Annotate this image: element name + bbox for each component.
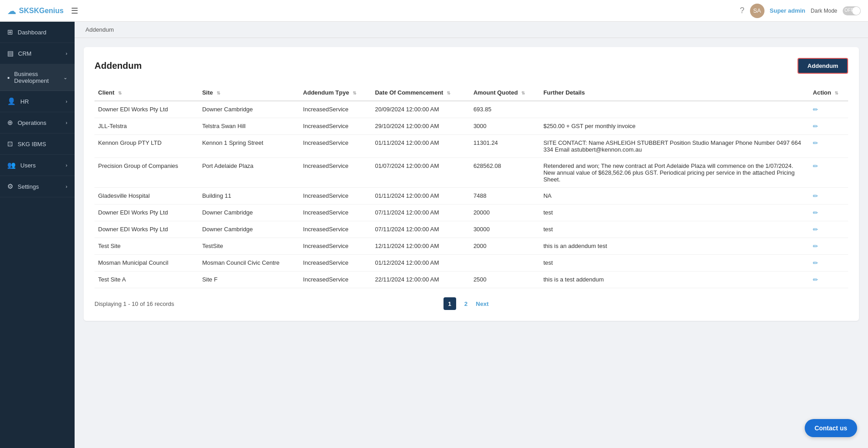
sidebar-item-settings[interactable]: ⚙ Settings › [0, 176, 75, 197]
edit-icon-5[interactable]: ✏ [813, 209, 818, 216]
cell-site-2: Kennon 1 Spring Street [198, 135, 299, 158]
logo-area: ☁ SKSKGenius [7, 5, 64, 16]
table-body: Downer EDI Works Pty Ltd Downer Cambridg… [94, 101, 848, 288]
table-row: Test Site A Site F IncreasedService 22/1… [94, 272, 848, 288]
cell-date-3: 01/07/2024 12:00:00 AM [371, 158, 470, 188]
addendum-table: Client ⇅ Site ⇅ Addendum Tpye ⇅ Date Of … [94, 85, 848, 288]
sidebar-item-skg-ibms[interactable]: ⊡ SKG IBMS [0, 133, 75, 155]
toggle-knob [852, 7, 860, 15]
next-page-button[interactable]: Next [476, 297, 489, 310]
business-development-icon: ▪ [7, 74, 9, 81]
col-amount: Amount Quoted ⇅ [470, 85, 540, 101]
edit-icon-4[interactable]: ✏ [813, 192, 818, 200]
cell-amount-7: 2000 [470, 238, 540, 255]
sort-amount-icon[interactable]: ⇅ [521, 91, 525, 95]
cell-date-6: 07/11/2024 12:00:00 AM [371, 221, 470, 238]
sort-action-icon[interactable]: ⇅ [835, 91, 838, 95]
cell-amount-1: 3000 [470, 118, 540, 135]
crm-arrow-icon: › [66, 51, 67, 56]
sidebar: ⊞ Dashboard ▤ CRM › ▪ Business Developme… [0, 22, 75, 448]
cell-details-2: SITE CONTACT: Name ASHLEIGH STUBBERT Pos… [540, 135, 809, 158]
edit-icon-7[interactable]: ✏ [813, 243, 818, 250]
hamburger-icon[interactable]: ☰ [71, 6, 78, 16]
sort-type-icon[interactable]: ⇅ [353, 91, 356, 95]
help-icon[interactable]: ? [740, 6, 745, 15]
cell-site-3: Port Adelaide Plaza [198, 158, 299, 188]
sidebar-label-settings: Settings [18, 183, 61, 190]
sort-date-icon[interactable]: ⇅ [447, 91, 450, 95]
cell-client-5: Downer EDI Works Pty Ltd [94, 205, 198, 221]
cell-type-9: IncreasedService [299, 272, 371, 288]
add-addendum-button[interactable]: Addendum [797, 58, 848, 74]
users-arrow-icon: › [66, 162, 67, 168]
super-admin-label: Super admin [770, 7, 806, 14]
edit-icon-3[interactable]: ✏ [813, 162, 818, 170]
cell-client-9: Test Site A [94, 272, 198, 288]
sidebar-item-business-development[interactable]: ▪ Business Development ⌄ [0, 64, 75, 91]
cell-amount-4: 7488 [470, 188, 540, 205]
crm-icon: ▤ [7, 49, 14, 57]
cell-amount-8 [470, 255, 540, 272]
pagination-bar: Displaying 1 - 10 of 16 records 1 2 Next [94, 297, 848, 310]
skg-ibms-icon: ⊡ [7, 140, 13, 148]
sidebar-item-hr[interactable]: 👤 HR › [0, 91, 75, 112]
cell-site-8: Mosman Council Civic Centre [198, 255, 299, 272]
pagination-display-text: Displaying 1 - 10 of 16 records [94, 300, 174, 307]
sidebar-item-crm[interactable]: ▤ CRM › [0, 43, 75, 64]
table-row: Mosman Municipal Council Mosman Council … [94, 255, 848, 272]
cell-action-9: ✏ [809, 272, 848, 288]
page-title: Addendum [94, 61, 142, 71]
sidebar-item-users[interactable]: 👥 Users › [0, 155, 75, 176]
cell-date-9: 22/11/2024 12:00:00 AM [371, 272, 470, 288]
table-row: Kennon Group PTY LTD Kennon 1 Spring Str… [94, 135, 848, 158]
cell-client-1: JLL-Telstra [94, 118, 198, 135]
edit-icon-0[interactable]: ✏ [813, 106, 818, 113]
edit-icon-6[interactable]: ✏ [813, 226, 818, 233]
cell-details-4: NA [540, 188, 809, 205]
sort-client-icon[interactable]: ⇅ [118, 91, 122, 95]
cell-date-4: 01/11/2024 12:00:00 AM [371, 188, 470, 205]
operations-arrow-icon: › [66, 120, 67, 125]
cell-amount-5: 20000 [470, 205, 540, 221]
cell-type-1: IncreasedService [299, 118, 371, 135]
main-content: Addendum Addendum Addendum Client ⇅ Site… [75, 22, 868, 448]
layout: ⊞ Dashboard ▤ CRM › ▪ Business Developme… [0, 22, 868, 448]
sort-site-icon[interactable]: ⇅ [217, 91, 220, 95]
table-row: Precision Group of Companies Port Adelai… [94, 158, 848, 188]
users-icon: 👥 [7, 161, 16, 169]
bd-arrow-icon: ⌄ [63, 75, 67, 81]
topbar-left: ☁ SKSKGenius ☰ [7, 5, 78, 16]
cell-site-1: Telstra Swan Hill [198, 118, 299, 135]
cell-details-9: this is a test addendum [540, 272, 809, 288]
table-row: JLL-Telstra Telstra Swan Hill IncreasedS… [94, 118, 848, 135]
sidebar-item-operations[interactable]: ⊕ Operations › [0, 112, 75, 133]
edit-icon-2[interactable]: ✏ [813, 139, 818, 147]
sidebar-item-dashboard[interactable]: ⊞ Dashboard [0, 22, 75, 43]
cell-details-7: this is an addendum test [540, 238, 809, 255]
contact-us-button[interactable]: Contact us [805, 419, 857, 437]
table-row: Downer EDI Works Pty Ltd Downer Cambridg… [94, 205, 848, 221]
cell-client-7: Test Site [94, 238, 198, 255]
cell-type-5: IncreasedService [299, 205, 371, 221]
col-details: Further Details [540, 85, 809, 101]
edit-icon-8[interactable]: ✏ [813, 259, 818, 267]
edit-icon-9[interactable]: ✏ [813, 276, 818, 283]
table-header-row: Client ⇅ Site ⇅ Addendum Tpye ⇅ Date Of … [94, 85, 848, 101]
page-1-button[interactable]: 1 [443, 297, 456, 310]
table-row: Downer EDI Works Pty Ltd Downer Cambridg… [94, 101, 848, 118]
cell-type-3: IncreasedService [299, 158, 371, 188]
col-client: Client ⇅ [94, 85, 198, 101]
operations-icon: ⊕ [7, 119, 13, 127]
page-2-button[interactable]: 2 [460, 297, 472, 310]
sidebar-label-users: Users [20, 162, 61, 169]
cell-amount-2: 11301.24 [470, 135, 540, 158]
cell-client-8: Mosman Municipal Council [94, 255, 198, 272]
dark-mode-toggle[interactable]: OFF [843, 6, 861, 15]
cell-site-5: Downer Cambridge [198, 205, 299, 221]
edit-icon-1[interactable]: ✏ [813, 123, 818, 130]
cell-details-8: test [540, 255, 809, 272]
sidebar-label-crm: CRM [18, 50, 61, 57]
cell-type-7: IncreasedService [299, 238, 371, 255]
avatar: SA [750, 4, 764, 18]
col-type: Addendum Tpye ⇅ [299, 85, 371, 101]
